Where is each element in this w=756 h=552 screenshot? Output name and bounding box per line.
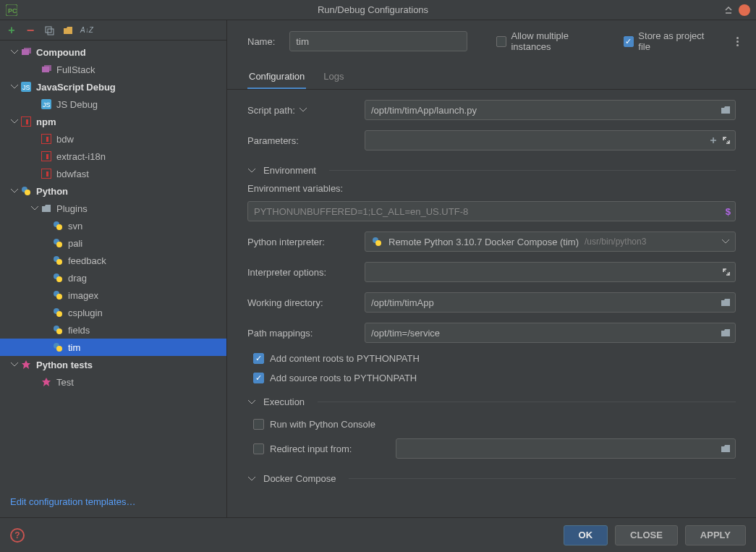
tabs: Configuration Logs [227,65,756,90]
store-project-checkbox[interactable]: Store as project file [624,30,718,52]
browse-folder-icon[interactable] [721,444,731,453]
tab-logs[interactable]: Logs [322,65,345,89]
tree-item-feedback[interactable]: feedback [0,252,226,269]
interpreter-options-input[interactable] [365,262,736,282]
pytest-icon [20,359,32,370]
tree-item-imagex[interactable]: imagex [0,286,226,304]
npm-icon [41,133,52,145]
tree-item-svn[interactable]: svn [0,217,226,234]
add-config-icon[interactable]: + [6,25,17,36]
npm-icon [41,150,52,162]
add-param-icon[interactable] [709,136,718,145]
svg-rect-2 [46,27,51,33]
workdir-label: Working directory: [247,297,365,308]
environment-section-header[interactable]: Environment [247,161,736,183]
tree-item-csplugin[interactable]: csplugin [0,304,226,321]
pytest-icon [41,376,52,388]
redirect-input-checkbox[interactable] [253,443,264,454]
redirect-input-path[interactable] [396,438,736,459]
svg-point-35 [56,328,62,334]
py-icon [52,341,64,353]
app-icon: PC [6,4,17,16]
sidebar-toolbar: + − A↓Z [0,20,226,41]
svg-rect-5 [24,48,31,54]
name-label: Name: [247,36,275,47]
execution-section-header[interactable]: Execution [247,392,736,415]
ok-button[interactable]: OK [564,525,608,545]
remove-config-icon[interactable]: − [25,25,36,36]
expand-icon[interactable] [722,268,731,276]
add-source-roots-checkbox[interactable]: Add source roots to PYTHONPATH [253,373,736,383]
tree-item-fullstack[interactable]: FullStack [0,61,226,78]
svg-rect-19 [46,171,48,177]
tree-folder-plugins[interactable]: Plugins [0,200,226,217]
parameters-input[interactable] [365,130,736,150]
save-folder-icon[interactable] [62,25,74,36]
tree-item-fields[interactable]: fields [0,321,226,339]
svg-text:PC: PC [8,7,17,14]
jsdebug-icon: JS [41,98,52,110]
add-content-roots-checkbox[interactable]: Add content roots to PYTHONPATH [253,353,736,364]
expand-icon[interactable] [722,136,731,145]
svg-point-23 [56,224,62,230]
tab-configuration[interactable]: Configuration [247,65,306,89]
svg-point-33 [56,311,62,317]
workdir-input[interactable]: /opt/tim/timApp [365,292,736,313]
tree-group-compound[interactable]: Compound [0,43,226,61]
env-vars-input[interactable]: PYTHONUNBUFFERED=1;LC_ALL=en_US.UTF-8 $ [247,201,736,221]
name-input[interactable] [289,31,467,51]
tree-group-python[interactable]: Python [0,182,226,200]
svg-rect-7 [44,65,51,71]
tree-group-npm[interactable]: npm [0,113,226,130]
edit-templates-link[interactable]: Edit configuration templates… [0,489,226,517]
tree-item-test[interactable]: Test [0,373,226,391]
npm-icon [41,168,52,179]
store-project-label: Store as project file [638,30,717,52]
py-icon [52,324,64,336]
pathmap-input[interactable]: /opt/tim=/service [365,323,736,343]
tree-item-pali[interactable]: pali [0,234,226,252]
interpreter-label: Python interpreter: [247,237,365,247]
copy-icon[interactable] [43,25,55,36]
py-icon [52,307,64,318]
browse-folder-icon[interactable] [721,106,731,114]
minimize-icon[interactable] [723,4,734,16]
svg-rect-17 [46,154,48,159]
interpreter-dropdown[interactable]: Remote Python 3.10.7 Docker Compose (tim… [365,232,736,252]
tree-item-extract-i18n[interactable]: extract-i18n [0,148,226,165]
tree-item-bdw[interactable]: bdw [0,130,226,148]
svg-point-31 [56,294,62,300]
pathmap-label: Path mappings: [247,328,365,339]
tree-group-pytests[interactable]: Python tests [0,356,226,373]
docker-compose-section-header[interactable]: Docker Compose [247,469,736,491]
svg-point-37 [56,346,62,352]
config-tree: CompoundFullStackJSJavaScript DebugJSJS … [0,41,226,489]
close-icon[interactable] [739,4,750,16]
tree-group-jsdebug[interactable]: JSJavaScript Debug [0,78,226,95]
apply-button[interactable]: APPLY [685,525,746,545]
window-title: Run/Debug Configurations [23,4,723,15]
allow-multiple-label: Allow multiple instances [511,30,608,52]
svg-text:JS: JS [43,101,51,109]
compound-icon [41,64,52,75]
footer: ? OK CLOSE APPLY [0,517,756,552]
browse-folder-icon[interactable] [721,298,731,307]
tree-item-tim[interactable]: tim [0,339,226,356]
close-button[interactable]: CLOSE [615,525,678,545]
browse-folder-icon[interactable] [721,328,731,337]
svg-text:JS: JS [22,84,30,91]
run-python-console-checkbox[interactable]: Run with Python Console [253,419,736,430]
tree-item-jsdebug[interactable]: JSJS Debug [0,95,226,113]
allow-multiple-checkbox[interactable]: Allow multiple instances [496,30,609,52]
tree-item-drag[interactable]: drag [0,269,226,286]
sort-az-icon[interactable]: A↓Z [81,25,93,36]
more-options-icon[interactable] [731,37,743,46]
tree-item-bdwfast[interactable]: bdwfast [0,165,226,182]
script-path-label[interactable]: Script path: [247,105,365,116]
redirect-input-label: Redirect input from: [270,443,387,454]
chevron-down-icon [722,239,729,244]
help-icon[interactable]: ? [10,528,25,543]
env-vars-edit-icon[interactable]: $ [726,206,731,217]
npm-icon [20,116,32,127]
script-path-input[interactable]: /opt/tim/timApp/launch.py [365,100,736,120]
